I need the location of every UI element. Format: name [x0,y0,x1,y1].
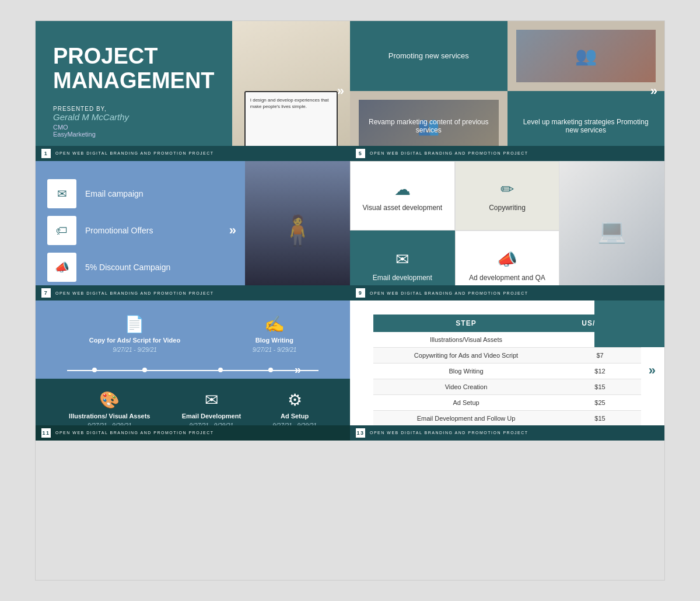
timeline-line: » [67,361,318,379]
email-dev-icon: ✉ [396,250,409,269]
presented-by-label: PRESENTED BY, [53,106,215,112]
timeline-item-illus: 🎨 Illustrations/ Visual Assets 9/27/21 -… [69,390,150,429]
presenter-role: CMO EasyMarketing [53,124,215,138]
teal-accent [594,300,664,347]
slide-5-cell1: Promoting new services [350,21,508,91]
slide-7-items: ✉ Email campaign 🏷 Promotional Offers 📣 … [36,161,245,301]
slide-7: ✉ Email campaign 🏷 Promotional Offers 📣 … [36,161,350,301]
discount-label: 5% Discount Campaign [85,263,170,272]
megaphone-icon: 📣 [497,250,517,269]
slide-7-image: 🧍 [245,161,350,301]
slide-1-title: PROJECT MANAGEMENT [53,44,215,93]
slide-1: PROJECT MANAGEMENT PRESENTED BY, Gerald … [36,21,350,161]
illus-icon: 🎨 [99,390,120,410]
promo-offers-label: Promotional Offers [85,226,153,235]
timeline-item-copy: 📄 Copy for Ads/ Script for Video 9/27/21… [89,315,180,353]
timeline-item-blog: ✍ Blog Writing 9/27/21 - 9/29/21 [253,315,297,353]
table-cell-step: Copywriting for Ads and Video Script [373,347,559,363]
table-row: Copywriting for Ads and Video Script $7 [373,347,641,363]
blog-icon: ✍ [264,315,285,334]
slide-5-arrow[interactable]: » [650,83,657,99]
presentation-grid: PROJECT MANAGEMENT PRESENTED BY, Gerald … [35,20,665,581]
table-cell-step: Email Development and Follow Up [373,410,559,426]
slide-1-arrow[interactable]: » [337,83,344,99]
slide-5: Promoting new services 👥 👥 Level up mark… [350,21,664,161]
copywriting-card: ✏ Copywriting [455,161,560,231]
pencil-icon: ✏ [501,180,514,199]
person-icon: 🧍 [279,214,316,247]
slide-7-footer: 7 OPEN WEB DIGITAL BRANDING AND PROMOTIO… [36,285,350,300]
emaild-icon: ✉ [205,390,218,410]
timeline-top: 📄 Copy for Ads/ Script for Video 9/27/21… [36,300,350,361]
timeline-item-emaild: ✉ Email Development 9/27/21 - 9/29/21 [182,390,241,429]
slide-5-footer: 5 OPEN WEB DIGITAL BRANDING AND PROMOTIO… [350,146,664,161]
slide-1-footer: 1 OPEN WEB DIGITAL BRANDING AND PROMOTIO… [36,146,350,161]
table-cell-step: Blog Writing [373,363,559,379]
promo-offers-icon: 🏷 [47,216,76,245]
table-cell-price: $7 [559,347,641,363]
table-cell-price: $15 [559,410,641,426]
table-cell-step: Ad Setup [373,394,559,410]
slide-5-revamp: Revamp marketing content of previous ser… [356,118,502,134]
timeline-arrow[interactable]: » [295,363,301,376]
slide-1-image: I design and develop experiences that ma… [232,21,350,161]
slide-7-arrow[interactable]: » [229,223,236,238]
slide-11: 📄 Copy for Ads/ Script for Video 9/27/21… [36,300,350,441]
discount-icon: 📣 [47,253,76,282]
laptop-icon: 💻 [597,217,626,244]
list-item: 📣 5% Discount Campaign [47,253,233,282]
slide-13-footer: 13 OPEN WEB DIGITAL BRANDING AND PROMOTI… [350,425,664,441]
email-campaign-icon: ✉ [47,179,76,208]
table-row: Video Creation $15 [373,379,641,394]
laptop-mockup: I design and develop experiences that ma… [244,91,338,149]
table-cell-price: $15 [559,379,641,394]
slide-9-footer: 9 OPEN WEB DIGITAL BRANDING AND PROMOTIO… [350,285,664,300]
list-item: 🏷 Promotional Offers [47,216,233,245]
visual-asset-card: ☁ Visual asset development [350,161,455,231]
table-row: Email Development and Follow Up $15 [373,410,641,426]
slide-9-photo: 💻 [559,161,664,301]
slide-13: STEP US/HOUR Illustrations/Visual Assets… [350,300,664,441]
timeline-item-adsetup: ⚙ Ad Setup 9/27/21 - 9/29/21 [272,390,317,429]
table-cell-step: Illustrations/Visual Assets [373,332,559,348]
cloud-icon: ☁ [394,180,411,199]
email-campaign-label: Email campaign [85,189,144,198]
slide-9: ☁ Visual asset development ✏ Copywriting… [350,161,664,301]
slide-11-footer: 11 OPEN WEB DIGITAL BRANDING AND PROMOTI… [36,425,350,441]
table-cell-price: $25 [559,394,641,410]
slide-1-text: PROJECT MANAGEMENT PRESENTED BY, Gerald … [36,21,232,161]
table-cell-step: Video Creation [373,379,559,394]
slide-5-photo1: 👥 [508,21,665,91]
presenter-name: Gerald M McCarthy [53,112,215,122]
table-row: Ad Setup $25 [373,394,641,410]
table-header-step: STEP [373,315,559,332]
list-item: ✉ Email campaign [47,179,233,208]
table-cell-price: $12 [559,363,641,379]
adsetup-icon: ⚙ [288,390,302,410]
slide-13-arrow[interactable]: » [649,363,656,378]
copy-icon: 📄 [124,315,145,334]
table-row: Blog Writing $12 [373,363,641,379]
people-icon: 👥 [575,46,597,66]
